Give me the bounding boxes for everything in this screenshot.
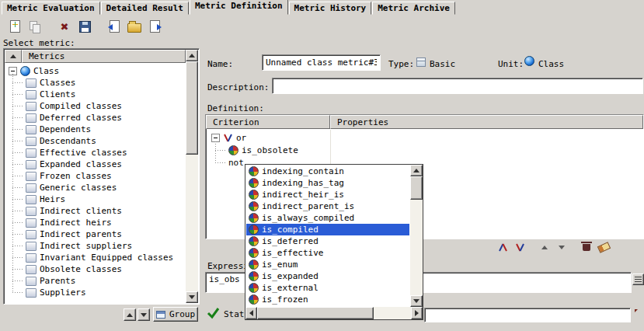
move-criterion-down-button[interactable]	[553, 240, 570, 254]
comment-button[interactable]	[633, 310, 644, 321]
new-metric-button[interactable]	[5, 17, 25, 36]
scroll-up-button[interactable]	[410, 165, 423, 176]
scrollbar-thumb[interactable]	[410, 176, 423, 200]
dropdown-item[interactable]: is_effective	[246, 247, 409, 259]
arrow-up-icon	[189, 54, 195, 57]
dropdown-item[interactable]: is_external	[246, 282, 409, 294]
clear-criteria-button[interactable]	[595, 240, 612, 254]
or-operator-icon	[515, 242, 525, 253]
criterion-column-header[interactable]: Criterion	[206, 115, 330, 129]
scrollbar-thumb[interactable]	[257, 307, 374, 319]
save-metric-button[interactable]	[75, 17, 95, 36]
properties-column-header[interactable]: Properties	[330, 115, 643, 129]
dropdown-horizontal-scrollbar[interactable]	[245, 307, 423, 319]
dropdown-item[interactable]: indexing_contain	[246, 166, 409, 177]
copy-icon	[30, 21, 41, 33]
dropdown-item-label: indirect_heir_is	[262, 190, 344, 200]
dropdown-item[interactable]: is_generic	[246, 305, 409, 306]
tree-item[interactable]: Deferred classes	[5, 112, 186, 124]
dropdown-item[interactable]: is_always_compiled	[246, 212, 409, 224]
delete-metric-button[interactable]: ✖	[54, 17, 75, 36]
tree-item[interactable]: Clients	[5, 89, 186, 100]
tree-item[interactable]: Effective classes	[5, 147, 186, 159]
tab-metric-evaluation[interactable]: Metric Evaluation	[2, 2, 100, 15]
tree-item-label: Classes	[40, 78, 75, 88]
move-criterion-up-button[interactable]	[536, 240, 553, 254]
expand-expression-button[interactable]	[632, 274, 644, 285]
dropdown-item[interactable]: is_frozen	[246, 294, 409, 305]
tree-item[interactable]: Descendants	[5, 135, 186, 147]
open-metric-file-button[interactable]	[124, 17, 144, 36]
scroll-down-button[interactable]	[410, 295, 423, 307]
tree-item[interactable]: Indirect suppliers	[5, 240, 186, 252]
export-metrics-button[interactable]	[144, 17, 165, 36]
metric-icon	[26, 113, 37, 123]
dropdown-item[interactable]: indirect_parent_is	[246, 200, 409, 212]
group-button-label: Group	[169, 309, 195, 319]
dropdown-item-selected[interactable]: is_compiled	[246, 224, 409, 235]
status-field[interactable]	[424, 308, 631, 322]
tree-item-class[interactable]: Class	[5, 65, 186, 77]
or-criterion-button[interactable]	[511, 240, 528, 254]
tree-item[interactable]: Dependents	[5, 124, 186, 135]
tab-metric-history[interactable]: Metric History	[289, 2, 372, 15]
dropdown-item[interactable]: indirect_heir_is	[246, 189, 409, 200]
tree-item[interactable]: Parents	[5, 275, 186, 287]
tab-metric-archive[interactable]: Metric Archive	[372, 2, 455, 15]
tree-item[interactable]: Frozen classes	[5, 170, 186, 182]
dropdown-item-label: is_effective	[262, 248, 323, 258]
metric-icon	[26, 137, 37, 146]
scrollbar-thumb[interactable]	[186, 61, 198, 155]
criterion-row-or[interactable]: or	[207, 131, 642, 144]
metric-name-input[interactable]	[262, 54, 381, 71]
metrics-column-header[interactable]: Metrics	[22, 50, 186, 63]
tree-item[interactable]: Heirs	[5, 193, 186, 205]
dropdown-item[interactable]: is_enum	[246, 259, 409, 270]
metric-icon	[26, 195, 37, 204]
criterion-row-is-obsolete[interactable]: is_obsolete	[207, 144, 642, 156]
dropdown-item[interactable]: is_deferred	[246, 235, 409, 247]
and-criterion-button[interactable]	[494, 240, 511, 254]
group-toggle-button[interactable]: Group	[153, 307, 198, 322]
tree-scrollbar[interactable]	[186, 50, 198, 303]
scroll-right-button[interactable]	[411, 307, 423, 319]
dropdown-item[interactable]: is_expanded	[246, 270, 409, 282]
tab-metric-definition[interactable]: Metric Definition	[190, 0, 288, 15]
metric-icon	[26, 160, 37, 169]
criterion-table-header: Criterion Properties	[206, 115, 643, 129]
tree-item[interactable]: Expanded classes	[5, 159, 186, 170]
tree-children: Classes Clients Compiled classes Deferre…	[5, 77, 186, 298]
import-metrics-button[interactable]	[104, 17, 124, 36]
delete-criterion-button[interactable]	[578, 240, 595, 254]
scroll-up-button[interactable]	[186, 50, 198, 61]
metric-icon	[26, 78, 37, 88]
collapse-icon[interactable]	[211, 134, 220, 142]
tree-item[interactable]: Indirect heirs	[5, 217, 186, 228]
scroll-down-button[interactable]	[186, 291, 198, 303]
metric-icon	[26, 265, 37, 274]
sort-header-button[interactable]	[5, 50, 22, 63]
description-input[interactable]	[272, 78, 643, 94]
tree-item[interactable]: Compiled classes	[5, 100, 186, 112]
tree-item[interactable]: Invariant Equipped classes	[5, 252, 186, 263]
arrow-up-icon	[541, 246, 548, 249]
tree-item[interactable]: Indirect parents	[5, 228, 186, 240]
copy-metric-button[interactable]	[25, 17, 45, 36]
dropdown-vertical-scrollbar[interactable]	[410, 165, 423, 307]
dropdown-item-label: is_compiled	[262, 225, 319, 235]
import-icon	[110, 20, 120, 33]
sparkle-icon	[12, 22, 18, 27]
criterion-icon	[249, 201, 259, 211]
move-metric-up-button[interactable]	[124, 308, 136, 321]
tab-detailed-result[interactable]: Detailed Result	[101, 2, 189, 15]
tree-item[interactable]: Obsolete classes	[5, 263, 186, 275]
description-label: Description:	[207, 82, 269, 92]
scroll-left-button[interactable]	[245, 307, 257, 319]
tree-item[interactable]: Indirect clients	[5, 205, 186, 217]
tree-item[interactable]: Generic classes	[5, 182, 186, 193]
tree-item[interactable]: Suppliers	[5, 287, 186, 298]
arrow-up-icon	[413, 169, 419, 172]
dropdown-item[interactable]: indexing_has_tag	[246, 177, 409, 189]
move-metric-down-button[interactable]	[138, 308, 150, 321]
tree-item[interactable]: Classes	[5, 77, 186, 89]
